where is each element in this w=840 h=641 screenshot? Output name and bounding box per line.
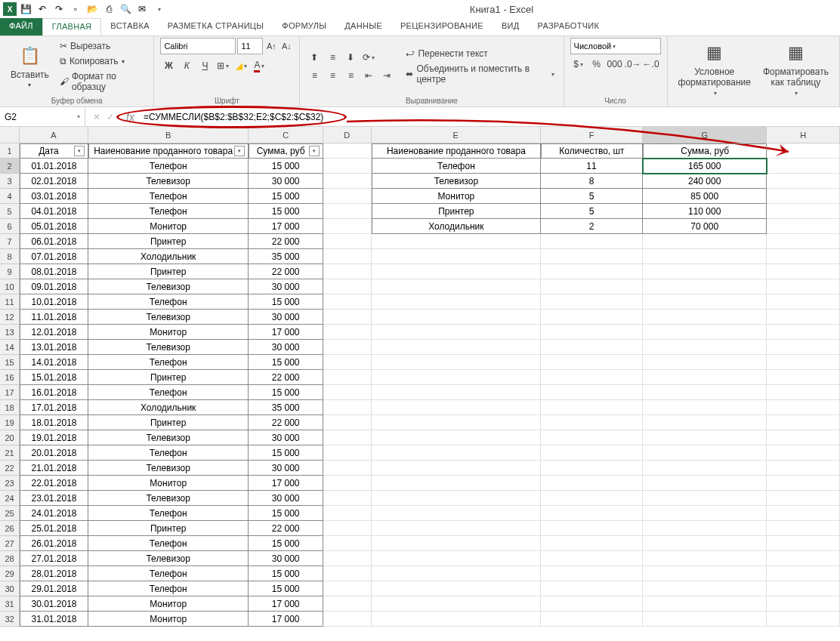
col-header-A[interactable]: A [20,127,88,143]
align-top-icon[interactable]: ⬆ [306,49,323,66]
cell-H5[interactable] [767,204,840,219]
cell-H2[interactable] [767,159,840,174]
cell-C6[interactable]: 17 000 [249,219,323,234]
cell-E16[interactable] [372,370,541,385]
cell-H7[interactable] [767,234,840,249]
cell-D4[interactable] [323,189,372,204]
cell-C24[interactable]: 30 000 [249,491,323,506]
cell-A19[interactable]: 18.01.2018 [20,415,88,430]
cell-A22[interactable]: 21.01.2018 [20,461,88,476]
cell-A25[interactable]: 24.01.2018 [20,506,88,521]
cell-B21[interactable]: Телефон [88,445,249,461]
cell-H19[interactable] [767,415,840,430]
cell-G17[interactable] [643,385,767,400]
cell-C29[interactable]: 15 000 [249,566,323,581]
col-header-E[interactable]: E [372,127,541,143]
row-header[interactable]: 1 [0,143,20,159]
cell-C25[interactable]: 15 000 [249,506,323,521]
cell-E10[interactable] [372,279,541,294]
cell-E19[interactable] [372,415,541,430]
row-header[interactable]: 32 [0,612,20,627]
cell-E23[interactable] [372,476,541,491]
row-header[interactable]: 15 [0,355,20,370]
cell-H12[interactable] [767,310,840,325]
font-name-combo[interactable]: Calibri [160,38,236,54]
cell-G21[interactable] [643,445,767,461]
cell-C2[interactable]: 15 000 [249,159,323,174]
cell-F19[interactable] [541,415,643,430]
cell-D16[interactable] [323,370,372,385]
cell-C17[interactable]: 15 000 [249,385,323,400]
cell-C12[interactable]: 30 000 [249,310,323,325]
indent-inc-icon[interactable]: ⇥ [378,67,395,84]
cell-A20[interactable]: 19.01.2018 [20,430,88,445]
cell-F7[interactable] [541,234,643,249]
cell-B25[interactable]: Телефон [88,506,249,521]
align-center-icon[interactable]: ≡ [324,67,341,84]
cell-E6[interactable]: Холодильник [372,219,541,234]
cell-H21[interactable] [767,445,840,461]
cell-H28[interactable] [767,551,840,566]
cell-G3[interactable]: 240 000 [643,174,767,189]
tab-formulas[interactable]: ФОРМУЛЫ [273,18,335,35]
cell-B2[interactable]: Телефон [88,159,249,174]
cell-D10[interactable] [323,279,372,294]
cell-C19[interactable]: 22 000 [249,415,323,430]
font-color-button[interactable]: А [251,57,267,74]
cell-F9[interactable] [541,264,643,279]
row-header[interactable]: 20 [0,430,20,445]
copy-button[interactable]: ⧉Копировать▾ [57,54,148,68]
cell-C3[interactable]: 30 000 [249,174,323,189]
cell-D31[interactable] [323,596,372,612]
cell-G23[interactable] [643,476,767,491]
cell-C26[interactable]: 22 000 [249,521,323,536]
cell-F12[interactable] [541,310,643,325]
cell-E5[interactable]: Принтер [372,204,541,219]
cell-B28[interactable]: Телевизор [88,551,249,566]
cell-C14[interactable]: 30 000 [249,340,323,355]
row-header[interactable]: 19 [0,415,20,430]
cell-D27[interactable] [323,536,372,551]
cell-H24[interactable] [767,491,840,506]
cell-F2[interactable]: 11 [541,159,643,174]
cell-D3[interactable] [323,174,372,189]
cell-B13[interactable]: Монитор [88,325,249,340]
cell-C20[interactable]: 30 000 [249,430,323,445]
increase-font-icon[interactable]: A↑ [264,39,278,53]
row-header[interactable]: 29 [0,566,20,581]
cell-E25[interactable] [372,506,541,521]
cell-A9[interactable]: 08.01.2018 [20,264,88,279]
cancel-formula-icon[interactable]: ✕ [93,112,100,122]
cell-G4[interactable]: 85 000 [643,189,767,204]
cell-E13[interactable] [372,325,541,340]
formula-bar[interactable] [139,112,840,122]
cell-A11[interactable]: 10.01.2018 [20,294,88,310]
cell-G22[interactable] [643,461,767,476]
excel-icon[interactable]: X [3,2,17,16]
cell-B12[interactable]: Телевизор [88,310,249,325]
cell-B7[interactable]: Принтер [88,234,249,249]
cell-B30[interactable]: Телефон [88,581,249,596]
cell-D7[interactable] [323,234,372,249]
select-all-corner[interactable] [0,127,20,143]
cell-G24[interactable] [643,491,767,506]
cell-B11[interactable]: Телефон [88,294,249,310]
qat-undo-icon[interactable]: ↶ [35,2,50,17]
wrap-text-button[interactable]: ⮐Перенести текст [403,47,557,60]
cell-B15[interactable]: Телефон [88,355,249,370]
cell-F18[interactable] [541,400,643,415]
cell-F13[interactable] [541,325,643,340]
col-header-H[interactable]: H [767,127,840,143]
cell-G9[interactable] [643,264,767,279]
cell-H26[interactable] [767,521,840,536]
cell-A10[interactable]: 09.01.2018 [20,279,88,294]
cell-D8[interactable] [323,249,372,264]
align-middle-icon[interactable]: ≡ [324,49,341,66]
cell-G7[interactable] [643,234,767,249]
tab-data[interactable]: ДАННЫЕ [335,18,391,35]
cell-B8[interactable]: Холодильник [88,249,249,264]
cell-E27[interactable] [372,536,541,551]
qat-redo-icon[interactable]: ↷ [51,2,66,17]
cell-H22[interactable] [767,461,840,476]
cell-E14[interactable] [372,340,541,355]
